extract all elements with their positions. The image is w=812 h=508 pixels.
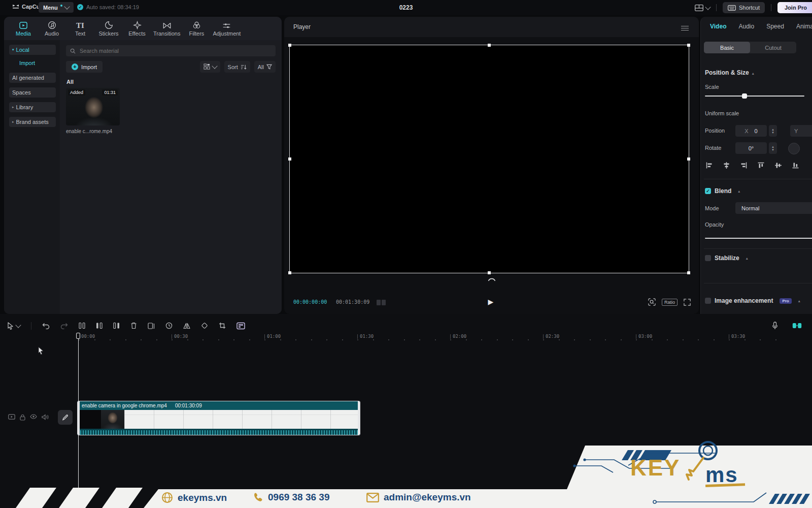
tab-cutout[interactable]: Cutout xyxy=(750,42,796,53)
resize-handle[interactable] xyxy=(288,44,291,47)
align-right-icon[interactable] xyxy=(740,162,747,169)
filter-all-label: All xyxy=(258,64,264,70)
auto-cover-icon[interactable] xyxy=(236,322,245,330)
media-card[interactable]: Added 01:31 enable c...rome.mp4 xyxy=(66,88,120,134)
resize-handle[interactable] xyxy=(288,271,291,274)
collapse-caret-icon[interactable]: ▴ xyxy=(738,189,740,194)
tab-speed[interactable]: Speed xyxy=(766,23,784,30)
tab-video[interactable]: Video xyxy=(710,23,726,30)
import-button[interactable]: + Import xyxy=(66,61,103,73)
player-menu-icon[interactable] xyxy=(681,24,689,32)
blend-checkbox[interactable]: ✓ xyxy=(705,188,711,194)
auto-captions-icon[interactable] xyxy=(792,323,802,329)
speed-icon[interactable] xyxy=(165,322,173,329)
toggle-visibility-icon[interactable] xyxy=(30,414,37,419)
split-right-icon[interactable] xyxy=(113,322,120,329)
resize-handle[interactable] xyxy=(687,271,690,274)
resize-handle[interactable] xyxy=(687,157,690,161)
align-left-icon[interactable] xyxy=(706,162,713,169)
tab-basic[interactable]: Basic xyxy=(704,42,750,53)
playhead-line[interactable] xyxy=(78,333,79,488)
sidebar-item-ai-generated[interactable]: AI generated xyxy=(9,73,56,83)
tab-adjustment[interactable]: Adjustment xyxy=(212,19,242,38)
collapse-caret-icon[interactable]: ▴ xyxy=(752,71,754,76)
frame-step-icon[interactable] xyxy=(377,300,386,305)
tab-media[interactable]: Media xyxy=(10,19,37,38)
tab-animation[interactable]: Animation xyxy=(796,23,812,30)
sidebar-item-import[interactable]: Import xyxy=(9,58,56,68)
split-left-icon[interactable] xyxy=(96,322,103,329)
lock-track-icon[interactable] xyxy=(20,414,25,421)
ratio-button[interactable]: Ratio xyxy=(662,299,678,306)
footer-email[interactable]: admin@ekeyms.vn xyxy=(366,492,471,503)
filter-button[interactable]: All xyxy=(254,61,276,73)
collapse-arrow-icon: ▸ xyxy=(12,120,14,124)
image-enhancement-checkbox[interactable] xyxy=(705,298,711,304)
footer-phone[interactable]: 0969 38 36 39 xyxy=(253,492,330,503)
split-icon[interactable] xyxy=(79,322,85,329)
collapse-caret-icon[interactable]: ▴ xyxy=(798,299,800,303)
view-mode-button[interactable] xyxy=(200,61,220,73)
brand-ms-text: ms xyxy=(705,463,738,487)
play-button[interactable]: ▶ xyxy=(488,298,494,306)
tab-text[interactable]: TI Text xyxy=(67,19,93,38)
sidebar-item-spaces[interactable]: Spaces xyxy=(9,87,56,98)
timeline-clip[interactable]: enable camera in google chrome.mp4 00:01… xyxy=(77,401,360,435)
blend-mode-dropdown[interactable]: Normal xyxy=(735,202,812,214)
tab-filters[interactable]: Filters xyxy=(183,19,210,38)
redo-button[interactable] xyxy=(60,323,68,329)
scale-slider-thumb[interactable] xyxy=(742,93,747,99)
rotate-icon[interactable] xyxy=(201,322,208,329)
collapse-caret-icon[interactable]: ▴ xyxy=(746,256,748,261)
tab-audio[interactable]: Audio xyxy=(738,23,754,30)
sidebar-item-brand-assets[interactable]: ▸ Brand assets xyxy=(9,117,56,127)
resize-handle[interactable] xyxy=(687,44,690,47)
fullscreen-icon[interactable] xyxy=(684,299,691,306)
tab-transitions[interactable]: Transitions xyxy=(152,19,181,38)
record-voiceover-icon[interactable] xyxy=(772,322,778,330)
crop-icon[interactable] xyxy=(219,322,226,329)
resize-handle[interactable] xyxy=(488,44,491,47)
edit-pen-button[interactable] xyxy=(58,410,73,425)
resize-handle[interactable] xyxy=(488,271,491,274)
mute-track-icon[interactable] xyxy=(42,414,49,420)
scale-slider[interactable] xyxy=(705,96,804,97)
resize-handle[interactable] xyxy=(288,157,291,161)
position-x-stepper[interactable]: ▲▼ xyxy=(769,125,777,137)
search-bar[interactable] xyxy=(66,45,276,56)
position-x-field[interactable]: X 0 xyxy=(735,125,767,137)
align-center-vertical-icon[interactable] xyxy=(775,162,782,169)
sidebar-item-library[interactable]: ▸ Library xyxy=(9,102,56,112)
search-input[interactable] xyxy=(79,47,272,54)
align-center-horizontal-icon[interactable] xyxy=(723,162,730,169)
align-bottom-icon[interactable] xyxy=(792,162,799,169)
timeline-ruler[interactable] xyxy=(79,339,789,340)
mirror-icon[interactable] xyxy=(183,323,190,329)
zoom-fit-icon[interactable] xyxy=(648,298,656,306)
rotate-handle-icon[interactable] xyxy=(488,277,496,281)
footer-website[interactable]: ekeyms.vn xyxy=(161,492,227,503)
trim-handle-right[interactable] xyxy=(358,401,360,435)
rotate-field[interactable]: 0° xyxy=(735,142,767,154)
video-preview[interactable] xyxy=(289,45,689,273)
duplicate-icon[interactable] xyxy=(148,323,155,329)
delete-button[interactable] xyxy=(130,322,137,329)
tab-effects[interactable]: Effects xyxy=(124,19,150,38)
position-y-field[interactable]: Y xyxy=(790,125,812,137)
sidebar-item-local[interactable]: ▾ Local xyxy=(9,45,56,55)
video-thumbnail[interactable]: Added 01:31 xyxy=(66,88,120,125)
opacity-slider[interactable] xyxy=(705,238,812,239)
rotate-stepper[interactable]: ▲▼ xyxy=(769,142,777,154)
rotate-dial[interactable] xyxy=(788,143,800,154)
tab-audio[interactable]: Audio xyxy=(39,19,65,38)
shortcut-button[interactable]: Shortcut xyxy=(723,2,765,13)
join-pro-button[interactable]: Join Pro xyxy=(777,2,812,13)
align-top-icon[interactable] xyxy=(758,162,764,169)
undo-button[interactable] xyxy=(42,323,50,329)
playhead-head[interactable] xyxy=(76,333,80,339)
select-tool-button[interactable] xyxy=(7,322,20,330)
sort-button[interactable]: Sort xyxy=(224,61,250,73)
layout-toggle-button[interactable] xyxy=(695,5,710,11)
tab-stickers[interactable]: Stickers xyxy=(95,19,122,38)
stabilize-checkbox[interactable] xyxy=(705,255,711,261)
